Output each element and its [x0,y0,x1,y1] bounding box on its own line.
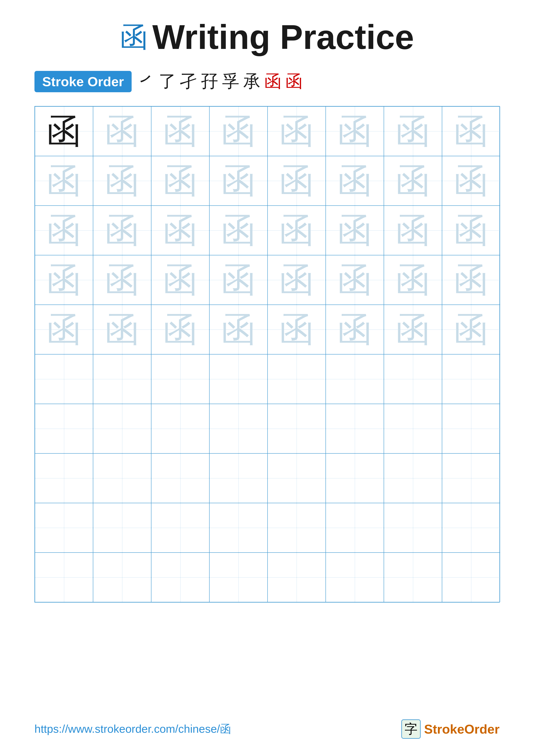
char-ghost: 函 [396,312,430,347]
grid-cell-r10c7[interactable] [384,553,442,602]
grid-cell-r9c2[interactable] [93,503,151,553]
grid-cell-r8c7[interactable] [384,453,442,503]
grid-cell-r9c8[interactable] [442,503,500,553]
grid-cell-r5c4[interactable]: 函 [209,305,267,354]
stroke-order-badge: Stroke Order [35,71,132,92]
grid-cell-r8c1[interactable] [35,453,93,503]
grid-cell-r7c4[interactable] [209,404,267,453]
grid-cell-r10c6[interactable] [326,553,384,602]
grid-cell-r9c6[interactable] [326,503,384,553]
grid-cell-r8c4[interactable] [209,453,267,503]
char-ghost: 函 [279,263,314,297]
grid-cell-r10c1[interactable] [35,553,93,602]
grid-cell-r6c2[interactable] [93,354,151,404]
grid-cell-r8c6[interactable] [326,453,384,503]
grid-cell-r10c3[interactable] [151,553,209,602]
grid-cell-r8c5[interactable] [267,453,326,503]
grid-cell-r2c5[interactable]: 函 [267,156,326,205]
grid-cell-r3c5[interactable]: 函 [267,205,326,255]
grid-cell-r1c7[interactable]: 函 [384,106,442,156]
grid-cell-r6c3[interactable] [151,354,209,404]
grid-cell-r1c5[interactable]: 函 [267,106,326,156]
grid-cell-r6c6[interactable] [326,354,384,404]
grid-cell-r1c3[interactable]: 函 [151,106,209,156]
footer-url[interactable]: https://www.strokeorder.com/chinese/函 [35,721,231,737]
grid-cell-r4c7[interactable]: 函 [384,255,442,305]
title-icon: 函 [120,23,148,51]
brand-stroke: Stroke [424,722,465,736]
char-ghost: 函 [221,164,256,198]
grid-cell-r5c3[interactable]: 函 [151,305,209,354]
grid-cell-r7c2[interactable] [93,404,151,453]
grid-cell-r10c8[interactable] [442,553,500,602]
grid-cell-r4c4[interactable]: 函 [209,255,267,305]
grid-cell-r1c1[interactable]: 函 [35,106,93,156]
brand-icon: 字 [401,719,421,739]
grid-cell-r10c5[interactable] [267,553,326,602]
grid-cell-r10c2[interactable] [93,553,151,602]
grid-cell-r2c1[interactable]: 函 [35,156,93,205]
grid-cell-r2c8[interactable]: 函 [442,156,500,205]
grid-cell-r9c4[interactable] [209,503,267,553]
grid-cell-r3c7[interactable]: 函 [384,205,442,255]
grid-cell-r5c6[interactable]: 函 [326,305,384,354]
grid-cell-r7c5[interactable] [267,404,326,453]
grid-cell-r2c4[interactable]: 函 [209,156,267,205]
char-ghost: 函 [221,213,256,248]
page-title: Writing Practice [152,17,414,57]
grid-cell-r6c4[interactable] [209,354,267,404]
grid-cell-r4c8[interactable]: 函 [442,255,500,305]
grid-cell-r8c3[interactable] [151,453,209,503]
grid-cell-r1c6[interactable]: 函 [326,106,384,156]
grid-cell-r7c8[interactable] [442,404,500,453]
grid-cell-r8c2[interactable] [93,453,151,503]
grid-cell-r5c2[interactable]: 函 [93,305,151,354]
grid-cell-r2c3[interactable]: 函 [151,156,209,205]
grid-cell-r6c1[interactable] [35,354,93,404]
grid-cell-r6c7[interactable] [384,354,442,404]
stroke-step-1: ㇒ [138,70,155,93]
grid-cell-r4c3[interactable]: 函 [151,255,209,305]
grid-cell-r9c3[interactable] [151,503,209,553]
char-ghost: 函 [338,164,372,198]
grid-cell-r4c2[interactable]: 函 [93,255,151,305]
grid-cell-r4c1[interactable]: 函 [35,255,93,305]
char-ghost: 函 [338,263,372,297]
grid-cell-r1c8[interactable]: 函 [442,106,500,156]
grid-cell-r10c4[interactable] [209,553,267,602]
char-ghost: 函 [221,312,256,347]
grid-cell-r8c8[interactable] [442,453,500,503]
grid-cell-r5c5[interactable]: 函 [267,305,326,354]
grid-cell-r2c7[interactable]: 函 [384,156,442,205]
stroke-order-area: Stroke Order ㇒ 了 孑 孖 孚 承 函 函 [35,70,303,93]
grid-cell-r5c7[interactable]: 函 [384,305,442,354]
grid-cell-r3c6[interactable]: 函 [326,205,384,255]
grid-cell-r7c7[interactable] [384,404,442,453]
grid-cell-r5c8[interactable]: 函 [442,305,500,354]
grid-cell-r7c3[interactable] [151,404,209,453]
grid-cell-r3c8[interactable]: 函 [442,205,500,255]
grid-cell-r3c2[interactable]: 函 [93,205,151,255]
char-ghost: 函 [47,312,81,347]
char-ghost: 函 [47,213,81,248]
grid-cell-r9c1[interactable] [35,503,93,553]
grid-cell-r4c5[interactable]: 函 [267,255,326,305]
grid-cell-r2c6[interactable]: 函 [326,156,384,205]
grid-cell-r6c8[interactable] [442,354,500,404]
grid-cell-r6c5[interactable] [267,354,326,404]
grid-cell-r1c2[interactable]: 函 [93,106,151,156]
grid-cell-r1c4[interactable]: 函 [209,106,267,156]
grid-cell-r3c3[interactable]: 函 [151,205,209,255]
grid-cell-r9c7[interactable] [384,503,442,553]
grid-cell-r3c4[interactable]: 函 [209,205,267,255]
grid-cell-r7c6[interactable] [326,404,384,453]
title-area: 函 Writing Practice [120,17,414,57]
grid-cell-r7c1[interactable] [35,404,93,453]
stroke-step-7: 函 [264,70,282,93]
grid-cell-r9c5[interactable] [267,503,326,553]
char-ghost: 函 [454,164,488,198]
grid-cell-r5c1[interactable]: 函 [35,305,93,354]
grid-cell-r3c1[interactable]: 函 [35,205,93,255]
grid-cell-r2c2[interactable]: 函 [93,156,151,205]
grid-cell-r4c6[interactable]: 函 [326,255,384,305]
